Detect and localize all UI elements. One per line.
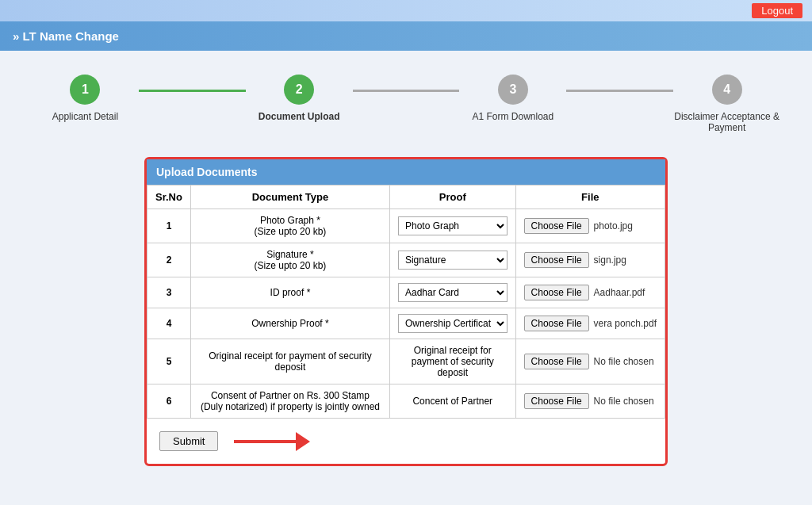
row-2-doctype: Signature *(Size upto 20 kb) [190, 243, 389, 277]
row-6-doctype: Consent of Partner on Rs. 300 Stamp (Dul… [190, 384, 389, 419]
arrow-head [296, 432, 310, 451]
row-4-file: Choose Filevera ponch.pdf [515, 308, 665, 339]
table-row: 6Consent of Partner on Rs. 300 Stamp (Du… [147, 384, 665, 419]
table-row: 3ID proof *Aadhar CardPAN CardPassportCh… [147, 277, 665, 308]
row-2-file: Choose Filesign.jpg [515, 243, 665, 277]
row-1-doctype: Photo Graph *(Size upto 20 kb) [190, 209, 389, 243]
row-4-file-name: vera ponch.pdf [594, 318, 657, 329]
step-2-label: Document Upload [259, 111, 340, 122]
row-5-file-name: No file chosen [594, 356, 654, 367]
page-header: » LT Name Change [0, 21, 812, 51]
row-1-file: Choose Filephoto.jpg [515, 209, 665, 243]
row-3-proof-select[interactable]: Aadhar CardPAN CardPassport [398, 283, 508, 302]
row-2-srno: 2 [147, 243, 191, 277]
table-row: 2Signature *(Size upto 20 kb)SignaturePh… [147, 243, 665, 277]
step-2-circle: 2 [284, 75, 314, 105]
row-6-srno: 6 [147, 384, 191, 419]
table-row: 5Original receipt for payment of securit… [147, 339, 665, 384]
table-header-row: Sr.No Document Type Proof File [147, 186, 665, 209]
arrow-shaft [234, 440, 297, 443]
table-row: 4Ownership Proof *Ownership Certificate … [147, 308, 665, 339]
row-5-proof: Original receipt for payment of security… [389, 339, 515, 384]
row-4-srno: 4 [147, 308, 191, 339]
row-5-doctype: Original receipt for payment of security… [190, 339, 389, 384]
upload-table: Sr.No Document Type Proof File 1Photo Gr… [147, 185, 665, 419]
col-file: File [515, 186, 665, 209]
row-1-proof[interactable]: Photo GraphSignatureAadhar Card [389, 209, 515, 243]
row-4-proof-select[interactable]: Ownership Certificate issuedOther [398, 314, 508, 333]
step-1: 1 Applicant Detail [32, 75, 139, 122]
row-2-proof[interactable]: SignaturePhoto GraphAadhar Card [389, 243, 515, 277]
col-doctype: Document Type [190, 186, 389, 209]
upload-header: Upload Documents [147, 159, 665, 185]
row-4-choose-file-button[interactable]: Choose File [524, 316, 589, 331]
step-4-label: Disclaimer Acceptance & Payment [673, 111, 780, 133]
row-4-doctype: Ownership Proof * [190, 308, 389, 339]
step-3-label: A1 Form Download [473, 111, 554, 122]
step-2: 2 Document Upload [246, 75, 353, 122]
page-title: » LT Name Change [13, 29, 119, 43]
row-5-srno: 5 [147, 339, 191, 384]
step-line-1-2 [139, 90, 246, 92]
table-row: 1Photo Graph *(Size upto 20 kb)Photo Gra… [147, 209, 665, 243]
row-6-proof: Concent of Partner [389, 384, 515, 419]
row-3-file: Choose FileAadhaar.pdf [515, 277, 665, 308]
main-content: 1 Applicant Detail 2 Document Upload 3 A… [0, 51, 812, 505]
submit-area: Submit [147, 419, 665, 464]
row-3-srno: 3 [147, 277, 191, 308]
row-2-choose-file-button[interactable]: Choose File [524, 252, 589, 268]
row-5-choose-file-button[interactable]: Choose File [524, 354, 589, 369]
step-3: 3 A1 Form Download [459, 75, 566, 122]
submit-button[interactable]: Submit [159, 431, 218, 451]
step-4: 4 Disclaimer Acceptance & Payment [673, 75, 780, 133]
row-4-proof[interactable]: Ownership Certificate issuedOther [389, 308, 515, 339]
row-1-srno: 1 [147, 209, 191, 243]
top-bar: Logout [0, 0, 812, 21]
step-1-label: Applicant Detail [52, 111, 118, 122]
logout-button[interactable]: Logout [752, 3, 802, 18]
arrow-indicator [234, 432, 310, 451]
row-2-proof-select[interactable]: SignaturePhoto GraphAadhar Card [398, 251, 508, 270]
step-1-circle: 1 [70, 75, 100, 105]
row-3-file-name: Aadhaar.pdf [594, 287, 645, 298]
row-1-choose-file-button[interactable]: Choose File [524, 218, 589, 234]
row-6-choose-file-button[interactable]: Choose File [524, 393, 589, 409]
upload-section: Upload Documents Sr.No Document Type Pro… [144, 157, 668, 466]
row-3-doctype: ID proof * [190, 277, 389, 308]
stepper: 1 Applicant Detail 2 Document Upload 3 A… [32, 75, 780, 133]
step-line-2-3 [353, 90, 460, 92]
row-3-proof[interactable]: Aadhar CardPAN CardPassport [389, 277, 515, 308]
row-1-file-name: photo.jpg [594, 220, 633, 231]
row-6-file: Choose FileNo file chosen [515, 384, 665, 419]
step-4-circle: 4 [712, 75, 742, 105]
col-proof: Proof [389, 186, 515, 209]
step-line-3-4 [566, 90, 673, 92]
row-5-file: Choose FileNo file chosen [515, 339, 665, 384]
row-1-proof-select[interactable]: Photo GraphSignatureAadhar Card [398, 216, 508, 235]
row-3-choose-file-button[interactable]: Choose File [524, 285, 589, 300]
row-2-file-name: sign.jpg [594, 254, 626, 266]
step-3-circle: 3 [498, 75, 528, 105]
row-6-file-name: No file chosen [594, 396, 654, 407]
col-srno: Sr.No [147, 186, 191, 209]
